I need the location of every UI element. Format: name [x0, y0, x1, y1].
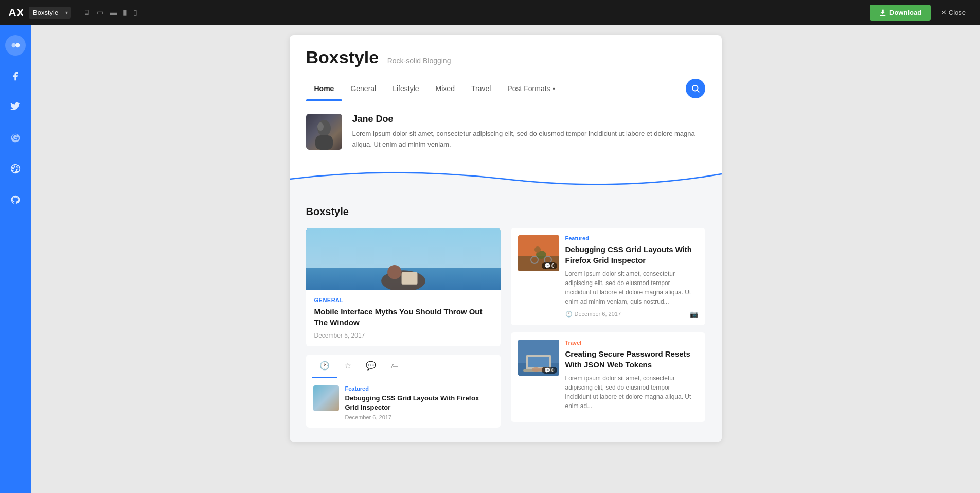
post-date: December 5, 2017	[314, 332, 492, 339]
preview-card: Boxstyle Rock-solid Blogging Home Genera…	[290, 35, 722, 442]
featured-post-image	[306, 228, 501, 290]
tab-title: Debugging CSS Grid Layouts With Firefox …	[345, 394, 493, 412]
svg-rect-23	[528, 357, 549, 367]
blog-right: 💬 0 Featured Debugging CSS Grid Layouts …	[511, 228, 705, 429]
tab-date: December 6, 2017	[345, 414, 493, 420]
right-post-thumb-1: 💬 0	[518, 235, 559, 271]
search-button[interactable]	[686, 79, 705, 98]
nav-item-post-formats[interactable]: Post Formats ▾	[499, 76, 563, 101]
svg-point-25	[532, 367, 540, 372]
mobile-lg-icon[interactable]: ▮	[123, 8, 127, 16]
tab-starred[interactable]: ☆	[337, 355, 359, 378]
tab-comments[interactable]: 💬	[359, 355, 383, 378]
author-bio: Lorem ipsum dolor sit amet, consectetur …	[352, 129, 705, 150]
topbar: AX Boxstyle 🖥 ▭ ▬ ▮ ▯ Download ✕ Close	[0, 0, 980, 25]
author-name: Jane Doe	[352, 114, 705, 125]
site-select-wrap[interactable]: Boxstyle	[29, 7, 71, 19]
blog-grid: General Mobile Interface Myths You Shoul…	[306, 228, 705, 429]
right-post-thumb-2: 💬 0	[518, 340, 559, 376]
close-button[interactable]: ✕ Close	[935, 5, 972, 21]
site-select[interactable]: Boxstyle	[29, 7, 71, 19]
sidebar-item-toggle[interactable]	[5, 35, 26, 56]
tablet-icon[interactable]: ▬	[110, 8, 117, 16]
site-tagline: Rock-solid Blogging	[387, 57, 451, 65]
right-post-footer-1: 🕐 December 6, 2017 📷	[565, 310, 698, 318]
right-post-category-2: Travel	[565, 340, 698, 346]
right-post-excerpt-1: Lorem ipsum dolor sit amet, consectetur …	[565, 269, 698, 306]
topbar-right: Download ✕ Close	[870, 5, 972, 21]
sidebar-item-facebook[interactable]	[5, 66, 26, 86]
tab-thumb	[313, 385, 339, 411]
svg-point-17	[534, 246, 541, 253]
tab-tags[interactable]: 🏷	[383, 355, 406, 378]
download-button[interactable]: Download	[870, 5, 931, 21]
featured-post-card[interactable]: General Mobile Interface Myths You Shoul…	[306, 228, 501, 346]
wave-divider	[290, 163, 722, 193]
tabs-row: 🕐 ☆ 💬 🏷	[306, 355, 501, 378]
svg-point-8	[317, 122, 324, 131]
nav-item-lifestyle[interactable]: Lifestyle	[384, 76, 427, 101]
nav-item-home[interactable]: Home	[306, 76, 343, 101]
avatar	[306, 114, 342, 150]
chevron-down-icon: ▾	[553, 86, 555, 92]
tab-category: Featured	[345, 385, 493, 392]
right-post-body-1: Featured Debugging CSS Grid Layouts With…	[565, 235, 698, 318]
post-category: General	[314, 297, 492, 303]
svg-rect-13	[401, 272, 417, 284]
right-post-date-1: 🕐 December 6, 2017	[565, 311, 621, 318]
comment-badge-1: 💬 0	[542, 262, 557, 269]
tab-content: Featured Debugging CSS Grid Layouts With…	[306, 378, 501, 428]
download-label: Download	[889, 9, 921, 16]
tablet-lg-icon[interactable]: ▭	[97, 8, 103, 16]
sidebar-item-github[interactable]	[5, 189, 26, 210]
author-section: Jane Doe Lorem ipsum dolor sit amet, con…	[290, 101, 722, 163]
tabs-card: 🕐 ☆ 💬 🏷 Featured Debugging CSS Grid Layo…	[306, 355, 501, 428]
mobile-icon[interactable]: ▯	[133, 8, 137, 16]
site-nav: Home General Lifestyle Mixed Travel Post…	[290, 76, 722, 101]
svg-point-2	[15, 43, 20, 47]
nav-items: Home General Lifestyle Mixed Travel Post…	[306, 76, 686, 101]
comment-badge-2: 💬 0	[542, 367, 557, 374]
nav-item-mixed[interactable]: Mixed	[427, 76, 463, 101]
content-area: Boxstyle Rock-solid Blogging Home Genera…	[31, 25, 980, 493]
blog-section: Boxstyle	[290, 193, 722, 442]
right-post-category-1: Featured	[565, 235, 698, 241]
nav-item-general[interactable]: General	[342, 76, 384, 101]
sidebar-item-google[interactable]	[5, 128, 26, 148]
site-title: Boxstyle	[306, 47, 379, 67]
post-type-icon-1: 📷	[690, 310, 698, 318]
author-info: Jane Doe Lorem ipsum dolor sit amet, con…	[352, 114, 705, 150]
right-post-title-1: Debugging CSS Grid Layouts With Firefox …	[565, 244, 698, 266]
featured-post-body: General Mobile Interface Myths You Shoul…	[306, 290, 501, 346]
nav-item-travel[interactable]: Travel	[463, 76, 499, 101]
clock-icon: 🕐	[565, 311, 573, 318]
right-post-card-1[interactable]: 💬 0 Featured Debugging CSS Grid Layouts …	[511, 228, 705, 325]
svg-point-12	[387, 265, 401, 279]
blog-left: General Mobile Interface Myths You Shoul…	[306, 228, 501, 429]
desktop-icon[interactable]: 🖥	[83, 8, 91, 16]
device-icons: 🖥 ▭ ▬ ▮ ▯	[83, 8, 137, 16]
sidebar	[0, 25, 31, 493]
svg-rect-7	[315, 135, 333, 150]
blog-section-title: Boxstyle	[306, 206, 705, 218]
svg-line-5	[697, 90, 699, 92]
sidebar-item-twitter[interactable]	[5, 97, 26, 117]
right-post-title-2: Creating Secure Password Resets With JSO…	[565, 348, 698, 370]
tab-body: Featured Debugging CSS Grid Layouts With…	[345, 385, 493, 420]
svg-text:AX: AX	[8, 6, 23, 19]
tab-recent[interactable]: 🕐	[312, 355, 337, 378]
post-title: Mobile Interface Myths You Should Throw …	[314, 306, 492, 328]
right-post-body-2: Travel Creating Secure Password Resets W…	[565, 340, 698, 415]
sidebar-item-dribbble[interactable]	[5, 159, 26, 179]
right-post-card-2[interactable]: 💬 0 Travel Creating Secure Password Rese…	[511, 332, 705, 422]
right-post-excerpt-2: Lorem ipsum dolor sit amet, consectetur …	[565, 374, 698, 411]
logo: AX	[8, 5, 23, 20]
main-wrapper: Boxstyle Rock-solid Blogging Home Genera…	[0, 25, 980, 493]
site-header: Boxstyle Rock-solid Blogging	[290, 35, 722, 76]
svg-point-1	[12, 43, 16, 47]
